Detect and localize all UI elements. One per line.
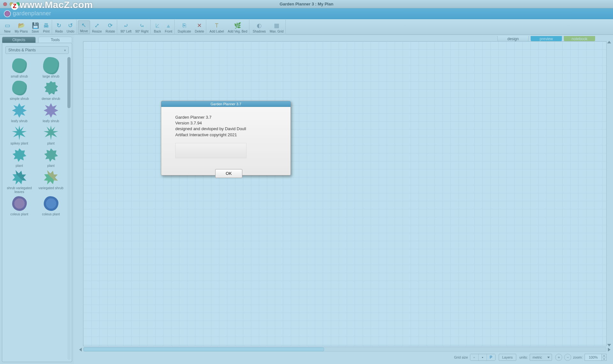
plant-item[interactable]: dense shrub [36, 79, 66, 100]
plant-icon [44, 125, 58, 140]
tab-objects[interactable]: Objects [2, 37, 36, 43]
toolbar-print-button[interactable]: 🖶Print [41, 20, 52, 34]
chevron-down-icon: ▾ [64, 48, 66, 52]
canvas-hscroll[interactable] [83, 347, 606, 352]
toolbar-front-button[interactable]: ⟁Front [163, 20, 174, 34]
plant-label: small shrub [11, 74, 28, 78]
canvas-vscroll[interactable] [607, 41, 611, 346]
toolbar-add-label-button[interactable]: TAdd Label [208, 20, 226, 34]
toolbar-delete-button[interactable]: ✕Delete [193, 20, 206, 34]
plant-item[interactable]: plant [36, 146, 66, 167]
layers-button[interactable]: Layers [499, 354, 516, 361]
plant-label: coleus plant [42, 212, 60, 216]
about-ok-button[interactable]: OK [215, 169, 242, 178]
plant-label: plant [47, 164, 55, 167]
plant-item[interactable]: small shrub [4, 57, 34, 78]
toolbar-rotate-button[interactable]: ⟳Rotate [104, 20, 117, 34]
plant-item[interactable]: leafy shrub [4, 102, 34, 123]
add-veg-icon: 🌿 [234, 22, 241, 29]
units-select[interactable]: metric [530, 354, 552, 361]
about-line-2: Version 3.7.94 [175, 120, 282, 126]
plant-icon [44, 103, 58, 118]
plant-label: shrub variegated leaves [4, 186, 34, 194]
rot-right-icon: ⤿ [138, 22, 145, 29]
plant-icon [12, 196, 27, 211]
toolbar-undo-label: Undo [67, 30, 74, 33]
plant-label: plant [47, 141, 55, 145]
plant-item[interactable]: plant [36, 124, 66, 145]
category-select[interactable]: Shrubs & Plants ▾ [5, 46, 69, 54]
zoom-out-button[interactable]: － [564, 354, 571, 361]
toolbar-save-button[interactable]: 💾Save [30, 20, 41, 34]
gridsize-small-icon[interactable]: ▫ [470, 354, 479, 360]
move-icon: ↖ [80, 22, 87, 29]
front-icon: ⟁ [165, 22, 172, 29]
plant-icon [44, 196, 58, 211]
myplans-icon: 📂 [18, 22, 25, 29]
plant-item[interactable]: spikey plant [4, 124, 34, 145]
plant-item[interactable]: simple shrub [4, 79, 34, 100]
units-select-value: metric [533, 355, 542, 359]
about-dialog-title: Garden Planner 3.7 [161, 101, 291, 107]
duplicate-icon: ⎘ [181, 22, 188, 29]
toolbar-myplans-button[interactable]: 📂My Plans [13, 20, 30, 34]
plant-item[interactable]: large shrub [36, 57, 66, 78]
resize-icon: ⤢ [93, 22, 100, 29]
plant-item[interactable]: coleus plant [36, 195, 66, 216]
window-close-icon[interactable] [3, 2, 7, 6]
toolbar-resize-label: Resize [92, 30, 102, 33]
toolbar-add-veg-label: Add Veg. Bed [228, 30, 247, 33]
toolbar-rot-left-button[interactable]: ⤾90° Left [118, 20, 133, 34]
toolbar-rotate-label: Rotate [106, 30, 115, 33]
toolbar-move-button[interactable]: ↖Move [78, 20, 90, 34]
plant-label: spikey plant [11, 141, 28, 145]
gridsize-medium-icon[interactable]: ▪ [479, 354, 487, 360]
print-icon: 🖶 [43, 22, 50, 29]
tab-tools[interactable]: Tools [38, 37, 72, 43]
gridsize-p-icon[interactable]: P [487, 354, 495, 360]
add-label-icon: T [213, 22, 220, 29]
watermark: Zwww.MacZ.com [11, 0, 93, 10]
rotate-icon: ⟳ [107, 22, 114, 29]
toolbar-back-button[interactable]: ⟀Back [152, 20, 163, 34]
plant-icon [12, 81, 27, 95]
save-icon: 💾 [32, 22, 39, 29]
toolbar-new-button[interactable]: ▭New [2, 20, 13, 34]
toolbar-add-label-label: Add Label [209, 30, 224, 33]
toolbar-shadows-button[interactable]: ◐Shadows [251, 20, 268, 34]
toolbar-undo-button[interactable]: ↺Undo [65, 20, 76, 34]
app-name: gardenplanner [13, 10, 51, 17]
gridsize-segmented[interactable]: ▫ ▪ P [470, 354, 496, 361]
zoom-step-up[interactable]: ▴ [602, 354, 606, 357]
plant-item[interactable]: variegated shrub [36, 169, 66, 194]
plant-icon [12, 103, 27, 118]
plant-item[interactable]: leafy shrub [36, 102, 66, 123]
plant-icon [12, 125, 27, 140]
zoom-value: 100% [585, 354, 602, 361]
plant-icon [12, 58, 27, 73]
about-line-1: Garden Planner 3.7 [175, 115, 282, 120]
plant-label: plant [16, 164, 23, 167]
toolbar-max-grid-button[interactable]: ▦Max. Grid [268, 20, 285, 34]
plant-item[interactable]: plant [4, 146, 34, 167]
gridsize-label: Grid size [454, 355, 468, 359]
watermark-text: www.MacZ.com [19, 0, 93, 10]
max-grid-icon: ▦ [273, 22, 280, 29]
plant-label: leafy shrub [11, 119, 27, 123]
toolbar-duplicate-button[interactable]: ⎘Duplicate [176, 20, 193, 34]
toolbar-rot-right-button[interactable]: ⤿90° Right [133, 20, 150, 34]
zoom-step-down[interactable]: ▾ [602, 357, 606, 360]
plant-item[interactable]: shrub variegated leaves [4, 169, 34, 194]
plant-label: dense shrub [42, 97, 60, 100]
app-logo-icon [4, 10, 11, 17]
toolbar-resize-button[interactable]: ⤢Resize [90, 20, 104, 34]
design-canvas[interactable] [83, 41, 607, 346]
toolbar-max-grid-label: Max. Grid [270, 30, 284, 33]
zoom-in-button[interactable]: ＋ [555, 354, 562, 361]
toolbar-new-label: New [4, 30, 11, 33]
toolbar-add-veg-button[interactable]: 🌿Add Veg. Bed [226, 20, 249, 34]
toolbar-redo-button[interactable]: ↻Redo [53, 20, 65, 34]
canvas-hscroll-thumb[interactable] [84, 347, 324, 351]
palette-scroll-thumb[interactable] [67, 57, 71, 108]
plant-item[interactable]: coleus plant [4, 195, 34, 216]
